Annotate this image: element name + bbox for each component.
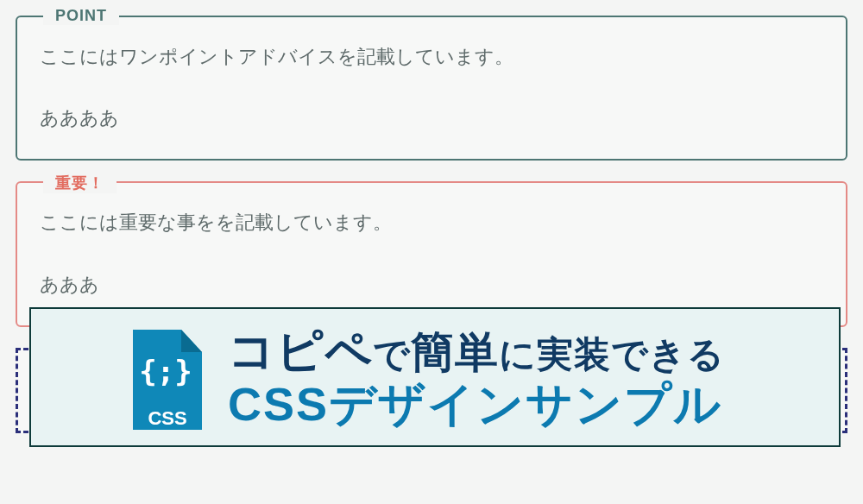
css-icon-label: CSS <box>148 407 186 429</box>
banner-line-1: コピペで簡単に実装できる <box>228 324 725 378</box>
important-legend: 重要！ <box>43 173 117 193</box>
banner-word-kopipe: コピペ <box>228 324 373 376</box>
banner-text: コピペで簡単に実装できる CSSデザインサンプル <box>124 324 725 432</box>
banner-line-2: CSSデザインサンプル <box>228 377 725 431</box>
important-text-2: あああ <box>40 269 823 299</box>
important-text-1: ここには重要な事をを記載しています。 <box>40 207 823 237</box>
css-file-icon: {;} CSS <box>124 328 207 430</box>
point-box: POINT ここにはワンポイントアドバイスを記載しています。 ああああ <box>16 16 847 161</box>
point-content: ここにはワンポイントアドバイスを記載しています。 ああああ <box>40 41 823 133</box>
css-sample-banner: {;} CSS コピペで簡単に実装できる CSSデザインサンプル <box>29 307 841 447</box>
banner-word-rest: に実装できる <box>499 334 725 375</box>
svg-text:{;}: {;} <box>139 354 192 388</box>
point-text-2: ああああ <box>40 103 823 133</box>
point-legend: POINT <box>43 7 119 25</box>
banner-word-kantan: 簡単 <box>411 328 499 376</box>
important-box: 重要！ ここには重要な事をを記載しています。 あああ <box>16 181 847 326</box>
point-text-1: ここにはワンポイントアドバイスを記載しています。 <box>40 41 823 72</box>
important-content: ここには重要な事をを記載しています。 あああ <box>40 207 823 299</box>
banner-word-de: で <box>373 334 411 375</box>
